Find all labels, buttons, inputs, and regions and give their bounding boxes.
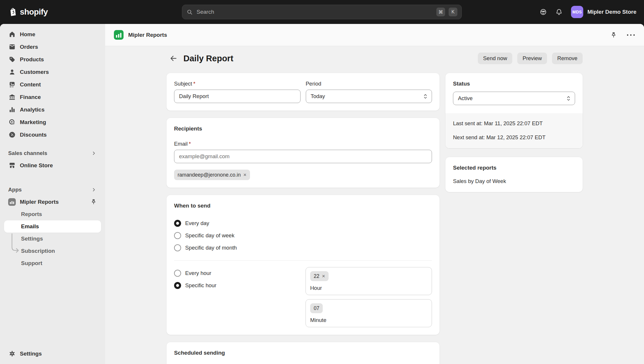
back-arrow-button[interactable] <box>168 53 179 64</box>
sidebar-item-settings[interactable]: Settings <box>4 347 101 360</box>
sidebar-item-analytics[interactable]: Analytics <box>4 103 101 116</box>
sub-item-label: Emails <box>21 223 39 230</box>
radio-specific-hour[interactable]: Specific hour <box>174 279 216 292</box>
sidebar-item-online-store[interactable]: Online Store <box>4 159 101 172</box>
person-icon <box>8 68 16 76</box>
subject-label: Subject* <box>174 81 301 87</box>
k-key-badge: K <box>449 8 457 16</box>
sidebar-subitem-settings[interactable]: Settings <box>4 233 101 245</box>
radio-selected-icon <box>174 220 181 227</box>
bank-icon <box>8 93 16 101</box>
sidebar-item-label: Analytics <box>20 107 44 113</box>
sidebar-item-orders[interactable]: Orders <box>4 41 101 53</box>
global-search-input[interactable]: Search ⌘ K <box>182 5 462 19</box>
orders-icon <box>8 43 16 50</box>
select-updown-icon <box>566 95 571 102</box>
radio-selected-icon <box>174 282 181 289</box>
store-avatar: MDS <box>571 6 583 18</box>
required-asterisk: * <box>193 81 195 87</box>
sidebar-item-content[interactable]: Content <box>4 78 101 91</box>
gear-icon <box>8 350 16 357</box>
status-value: Active <box>458 95 473 102</box>
search-icon <box>186 9 193 15</box>
page-header: Daily Report Send now Preview Remove <box>166 53 583 64</box>
pin-icon[interactable] <box>90 198 97 205</box>
period-select[interactable]: Today <box>306 90 432 103</box>
sidebar: Home Orders Products Customers Content F… <box>0 24 105 364</box>
sidekick-button[interactable] <box>539 8 547 16</box>
admin-panel: Home Orders Products Customers Content F… <box>0 24 644 364</box>
remove-button[interactable]: Remove <box>552 53 583 64</box>
recipients-card: Recipients Email* ramandeep@jeronone.co.… <box>166 118 440 188</box>
remove-chip-icon[interactable]: × <box>243 172 247 177</box>
mipler-app-icon <box>8 198 16 206</box>
sidebar-item-customers[interactable]: Customers <box>4 66 101 78</box>
sidebar-item-home[interactable]: Home <box>4 28 101 41</box>
when-to-send-heading: When to send <box>174 203 432 209</box>
status-select[interactable]: Active <box>453 92 575 105</box>
more-options-icon[interactable] <box>626 34 635 36</box>
send-now-button[interactable]: Send now <box>478 53 512 64</box>
period-label: Period <box>306 81 432 87</box>
discount-badge-icon <box>8 131 16 138</box>
shopify-wordmark: shopify <box>20 7 48 17</box>
bar-chart-icon <box>8 106 16 113</box>
email-label: Email* <box>174 141 432 147</box>
sidebar-item-finance[interactable]: Finance <box>4 91 101 103</box>
email-input[interactable] <box>174 150 432 163</box>
required-asterisk: * <box>189 141 191 147</box>
recipient-email: ramandeep@jeronone.co.in <box>178 172 241 178</box>
when-to-send-card: When to send Every day Specific day of w… <box>166 195 440 335</box>
remove-chip-icon[interactable]: × <box>322 274 325 279</box>
sidebar-item-label: Customers <box>20 69 49 75</box>
preview-button[interactable]: Preview <box>517 53 547 64</box>
shopify-logo: shopify <box>9 7 48 17</box>
sub-item-label: Subscription <box>21 248 55 254</box>
app-header-bar: Mipler Reports <box>105 24 644 46</box>
sidebar-item-label: Finance <box>20 94 41 100</box>
pin-icon[interactable] <box>610 32 617 39</box>
select-updown-icon <box>423 93 428 100</box>
scheduled-sending-card: Scheduled sending <box>166 342 440 364</box>
home-icon <box>8 31 16 38</box>
minute-box-label: Minute <box>310 317 427 323</box>
radio-specific-day-of-week[interactable]: Specific day of week <box>174 229 432 242</box>
storefront-icon <box>8 162 16 169</box>
top-bar: shopify Search ⌘ K <box>0 0 644 24</box>
store-account-menu[interactable]: MDS Mipler Demo Store <box>571 6 636 18</box>
sidebar-item-products[interactable]: Products <box>4 53 101 66</box>
hour-chip: 22 × <box>310 271 329 281</box>
hour-multiselect[interactable]: 22 × Hour <box>305 267 432 295</box>
apps-header[interactable]: Apps <box>4 184 101 196</box>
sidebar-item-discounts[interactable]: Discounts <box>4 128 101 141</box>
page-title: Daily Report <box>183 54 233 63</box>
radio-every-hour[interactable]: Every hour <box>174 267 216 279</box>
status-heading: Status <box>453 81 575 87</box>
sidebar-subitem-reports[interactable]: Reports <box>4 208 101 220</box>
radio-specific-day-of-month[interactable]: Specific day of month <box>174 242 432 254</box>
radio-unselected-icon <box>174 270 181 277</box>
radio-every-day[interactable]: Every day <box>174 217 432 229</box>
image-icon <box>8 81 16 88</box>
cmd-key-badge: ⌘ <box>436 8 445 16</box>
details-card: Subject* Period Today <box>166 73 440 111</box>
sidebar-item-label: Online Store <box>20 162 53 169</box>
sidebar-item-marketing[interactable]: Marketing <box>4 116 101 128</box>
sidebar-subitem-support[interactable]: Support <box>4 257 101 269</box>
notifications-bell-button[interactable] <box>555 8 563 16</box>
sidebar-subitem-subscription[interactable]: Subscription <box>4 245 101 257</box>
subject-input[interactable] <box>174 90 301 103</box>
minute-multiselect[interactable]: 07 Minute <box>305 299 432 327</box>
tag-icon <box>8 56 16 63</box>
sales-channels-header[interactable]: Sales channels <box>4 147 101 159</box>
sidebar-item-label: Content <box>20 81 41 88</box>
sub-item-label: Support <box>21 260 42 267</box>
sidebar-main-nav: Home Orders Products Customers Content F… <box>4 28 101 141</box>
hour-box-label: Hour <box>310 285 427 291</box>
selected-reports-heading: Selected reports <box>453 165 575 171</box>
selected-report-name: Sales by Day of Week <box>453 178 575 184</box>
sidebar-item-mipler-reports[interactable]: Mipler Reports <box>4 196 101 208</box>
next-send-text: Next send at: Mar 12, 2025 22:07 EDT <box>453 134 575 141</box>
sidebar-subitem-emails[interactable]: Emails <box>4 220 101 233</box>
scheduled-sending-heading: Scheduled sending <box>174 350 432 356</box>
